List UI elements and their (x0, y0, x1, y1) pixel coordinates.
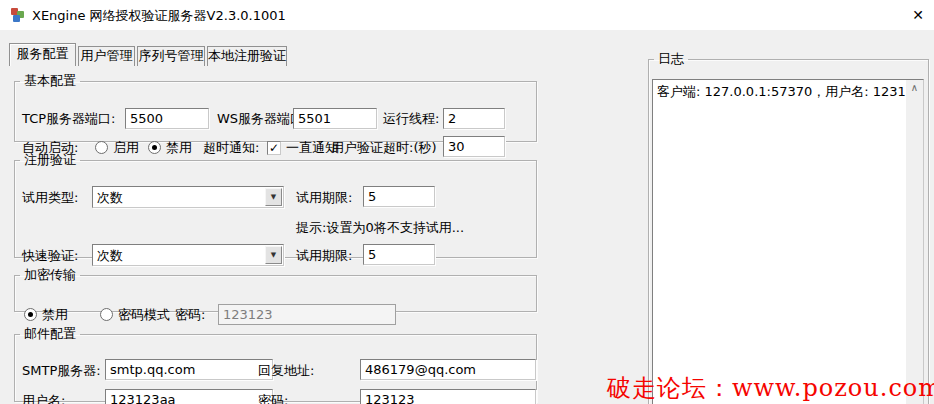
quick-verify-select[interactable]: 次数 ▼ (92, 244, 284, 266)
encrypt-password-mode-radio[interactable] (100, 308, 113, 321)
group-log: 日志 客户端: 127.0.0.1:57370，用户名: 123123 ∧ ‹ … (648, 50, 929, 404)
group-log-legend: 日志 (654, 50, 688, 68)
close-icon[interactable]: ✕ (906, 4, 930, 26)
trial-type-label: 试用类型: (22, 188, 78, 208)
trial-limit-label: 试用期限: (296, 188, 352, 208)
trial-limit-input[interactable] (363, 186, 435, 207)
tcp-port-label: TCP服务器端口: (22, 109, 115, 129)
app-window: XEngine 网络授权验证服务器V2.3.0.1001 ✕ 服务配置 用户管理… (0, 0, 934, 404)
scroll-up-icon[interactable]: ∧ (906, 82, 923, 93)
group-mail-config-legend: 邮件配置 (20, 325, 80, 343)
app-icon (9, 7, 25, 23)
group-register-verify-legend: 注册验证 (20, 151, 80, 169)
encrypt-password-mode-label: 密码模式 (118, 305, 170, 325)
window-title: XEngine 网络授权验证服务器V2.3.0.1001 (32, 7, 286, 25)
reply-address-input[interactable] (360, 359, 536, 380)
mail-password-input[interactable] (360, 389, 536, 404)
ws-port-input[interactable] (293, 108, 377, 129)
tab-serial-management[interactable]: 序列号管理 (137, 46, 205, 66)
chevron-down-icon[interactable]: ▼ (265, 188, 282, 206)
encrypt-disable-radio[interactable] (24, 308, 37, 321)
quick-verify-value: 次数 (97, 246, 123, 265)
log-vertical-scrollbar[interactable]: ∧ (906, 80, 923, 404)
log-textarea[interactable]: 客户端: 127.0.0.1:57370，用户名: 123123 ∧ ‹ › (652, 79, 924, 404)
mail-user-label: 用户名: (22, 391, 65, 404)
quick-verify-label: 快速验证: (22, 246, 78, 266)
tab-local-register-verify[interactable]: 本地注册验证 (207, 46, 287, 66)
log-entry: 客户端: 127.0.0.1:57370，用户名: 123123 (657, 83, 924, 101)
mail-password-label: 密码: (258, 391, 288, 404)
titlebar: XEngine 网络授权验证服务器V2.3.0.1001 ✕ (0, 0, 934, 30)
group-basic-config: 基本配置 TCP服务器端口: WS服务器端口: 运行线程: 自动启动: 启用 禁… (14, 72, 537, 142)
group-register-verify: 注册验证 试用类型: 次数 ▼ 试用期限: 提示:设置为0将不支持试用... 快… (14, 151, 537, 258)
tab-user-management[interactable]: 用户管理 (78, 46, 135, 66)
group-mail-config: 邮件配置 SMTP服务器: 回复地址: 用户名: 密码: (14, 325, 537, 402)
trial-hint-text: 提示:设置为0将不支持试用... (296, 218, 464, 238)
group-encrypt-transfer-legend: 加密传输 (20, 266, 80, 284)
group-basic-config-legend: 基本配置 (20, 72, 80, 90)
threads-input[interactable] (443, 108, 505, 129)
quick-limit-input[interactable] (363, 244, 435, 265)
encrypt-password-label: 密码: (175, 305, 205, 325)
quick-limit-label: 试用期限: (296, 246, 352, 266)
threads-label: 运行线程: (383, 109, 439, 129)
mail-user-input[interactable] (105, 389, 273, 404)
group-encrypt-transfer: 加密传输 禁用 密码模式 密码: (14, 266, 537, 312)
tcp-port-input[interactable] (125, 108, 209, 129)
trial-type-value: 次数 (97, 188, 123, 207)
chevron-down-icon[interactable]: ▼ (265, 246, 282, 264)
reply-address-label: 回复地址: (258, 361, 314, 381)
smtp-server-input[interactable] (105, 359, 273, 380)
encrypt-disable-label: 禁用 (42, 305, 68, 325)
encrypt-password-input (218, 304, 396, 325)
smtp-server-label: SMTP服务器: (22, 361, 101, 381)
tab-service-config[interactable]: 服务配置 (9, 43, 76, 66)
trial-type-select[interactable]: 次数 ▼ (92, 186, 284, 208)
